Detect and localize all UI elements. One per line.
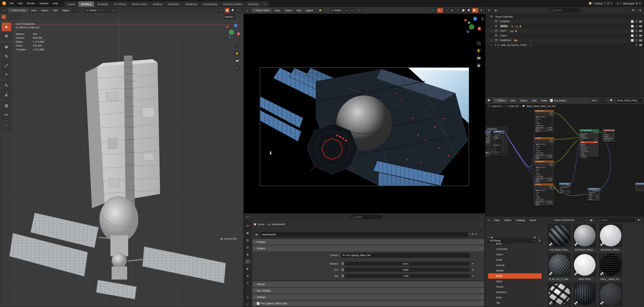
navigation-gizmo[interactable]: Z Y X <box>463 17 481 35</box>
tab-modifiers[interactable]: ⚙ <box>245 280 250 285</box>
options-chevron-icon[interactable]: ▾ <box>481 216 482 218</box>
pause-render-button[interactable]: ‖ <box>479 8 484 13</box>
asset-tile[interactable] <box>573 282 596 306</box>
tool-cutter[interactable]: ✂ <box>2 110 11 119</box>
catalog-item-tile[interactable]: Tile <box>486 300 542 306</box>
world-datablock-field[interactable]: ◍▾ layeredworld <box>254 232 468 237</box>
pan-hand-icon[interactable]: ✋ <box>234 51 240 56</box>
panel-preview[interactable]: ▸Preview∷∷ <box>252 239 484 245</box>
panel-surface[interactable]: ▾Surface∷∷ <box>252 245 484 251</box>
copy-datablock-icon[interactable]: ⧉ <box>472 232 474 235</box>
pin-icon[interactable]: ⚐ <box>604 2 606 5</box>
gizmo-x-neg[interactable] <box>226 26 229 29</box>
tool-scale[interactable]: ⤢ <box>2 61 11 70</box>
camera-view-icon[interactable] <box>234 58 240 63</box>
viewport-menu-object[interactable]: Object <box>304 9 315 12</box>
collapse-sidebar-icon[interactable]: ‹ <box>481 17 484 21</box>
space-station-model[interactable] <box>0 20 244 307</box>
shader-menu-view[interactable]: View <box>508 99 518 102</box>
select-mode-set[interactable] <box>2 15 6 19</box>
outliner-row-cameras[interactable]: ▸ CAMERAS 6 ✓⊙ <box>486 38 644 43</box>
display-mode-icon[interactable]: ▥▾ <box>494 8 499 13</box>
tab-render[interactable]: ▣ <box>245 230 250 235</box>
asset-tile[interactable] <box>599 224 622 247</box>
normal-map-node-partial[interactable]: ▾Normal Map <box>635 182 644 192</box>
tab-output[interactable]: ▤ <box>245 238 250 242</box>
editor-type-icon[interactable]: ☰▾ <box>487 8 492 13</box>
render-canvas[interactable]: ‹ Z Y X ✋ <box>244 14 485 213</box>
asset-search-input[interactable]: Search <box>596 218 636 222</box>
shader-type-dropdown[interactable]: Object▾ <box>494 98 507 103</box>
principled-bsdf-node[interactable]: ▾Principled BSDF BSDF Base Color Metalli… <box>579 129 599 157</box>
viewport-menu-view[interactable]: View <box>29 9 38 12</box>
display-mode-grid-icon[interactable]: ▦▾ <box>589 218 595 222</box>
orientation-dropdown[interactable]: ∠ Global▾ <box>86 8 99 13</box>
outliner-search-input[interactable]: Search <box>550 8 581 13</box>
exclude-checkbox[interactable]: ✓ <box>631 30 634 32</box>
panel-settings[interactable]: ▸Settings∷∷ <box>252 294 484 300</box>
shading-wireframe-icon[interactable] <box>220 8 224 13</box>
editor-type-icon[interactable]: ⊿▾ <box>2 8 7 13</box>
viewport-disable-icon[interactable]: ⊙ <box>635 39 638 42</box>
surface-shader-field[interactable]: Pro Lighting: Skies.196 <box>341 253 470 258</box>
viewport-disable-icon[interactable]: ⊙ <box>635 34 638 37</box>
breadcrumb-material[interactable]: Black_Metal_Plate_041.001 <box>526 105 556 108</box>
shader-menu-node[interactable]: Node <box>539 99 549 102</box>
catalog-item-randoms[interactable]: Randoms <box>486 289 542 295</box>
tool-cursor[interactable]: ⊕ <box>2 32 11 41</box>
zoom-icon[interactable] <box>234 43 240 48</box>
gizmo-y-axis[interactable] <box>469 25 474 30</box>
gizmo-x-axis[interactable]: X <box>478 27 481 31</box>
gizmo-z-neg[interactable] <box>466 30 470 33</box>
render-disable-icon[interactable] <box>639 44 642 46</box>
asset-tile[interactable] <box>573 253 596 277</box>
viewport-canvas[interactable]: User Perspective (2) MESH | Cube.011 Obj… <box>0 20 244 307</box>
catalog-item-ground[interactable]: Ground <box>486 262 542 268</box>
tool-annotate[interactable]: ✎ <box>2 81 11 90</box>
tool-measure[interactable]: ∡ <box>2 90 11 99</box>
menu-help[interactable]: Help <box>51 0 60 7</box>
mapping-node[interactable]: ▾Mapping Vector Type: Point Vector Locat… <box>493 130 505 153</box>
displacement-node[interactable]: ▾Displacement Displacement Object Space … <box>588 188 600 201</box>
mode-dropdown[interactable]: Object Mode▾ <box>252 8 272 13</box>
slot-dropdown[interactable]: Slot 3▾ <box>590 98 608 103</box>
tab-modeling[interactable]: Modeling <box>78 1 94 7</box>
render-disable-icon[interactable] <box>639 30 642 32</box>
render-disable-icon[interactable] <box>639 40 642 41</box>
material-name-field[interactable]: Black_Metal_Plate_ <box>616 98 642 103</box>
viewport-disable-icon[interactable]: ⊙ <box>635 20 638 23</box>
tool-select-box[interactable]: ➤ <box>2 23 11 32</box>
exclude-checkbox[interactable]: ✓ <box>631 34 634 37</box>
editor-type-icon[interactable]: ⊿▾ <box>245 8 251 13</box>
tab-shading[interactable]: Shading <box>150 1 165 7</box>
tab-object[interactable]: ■ <box>245 273 250 278</box>
viewport-menu-add[interactable]: Add <box>51 9 59 12</box>
catalog-item-wood[interactable]: Wood <box>486 306 542 307</box>
new-collection-icon[interactable]: ⊞ <box>638 8 642 13</box>
viewport-menu-view[interactable]: View <box>273 9 282 12</box>
render-disable-icon[interactable] <box>639 25 642 27</box>
unlink-scene-icon[interactable]: ✕ <box>610 2 612 5</box>
tab-tool[interactable]: ⚙ <box>245 223 250 228</box>
gizmo-z-neg[interactable] <box>228 36 231 39</box>
expand-icon[interactable]: ▸ <box>491 30 492 32</box>
outliner-row-cutters[interactable]: Cutters ✓⊙ <box>486 33 644 38</box>
overlays-toggle-icon[interactable]: ↯▾ <box>437 8 443 13</box>
fake-user-shield-icon[interactable]: ◊ <box>470 232 470 235</box>
add-workspace-button[interactable]: + <box>261 1 268 7</box>
use-nodes-checkbox[interactable]: ✓ <box>550 99 553 102</box>
tool-move[interactable]: ✥ <box>2 43 11 52</box>
tab-collection[interactable]: ◧ <box>245 266 250 271</box>
camera-lock-icon[interactable] <box>476 63 481 68</box>
proportional-edit-icon[interactable]: ◯▾ <box>356 8 363 13</box>
mode-dropdown[interactable]: Object Mode▾ <box>8 8 28 13</box>
scene-selector[interactable]: ▾ Scene ⚐ ⧉ ✕ <box>588 1 614 6</box>
unlink-datablock-icon[interactable]: ✕ <box>475 232 477 235</box>
menu-edit[interactable]: Edit <box>16 0 24 7</box>
menu-render[interactable]: Render <box>24 0 37 7</box>
sky-slider[interactable]: 1.000 <box>341 274 470 278</box>
shading-material-icon[interactable] <box>466 8 471 13</box>
catalog-item-brick[interactable]: Brick <box>486 241 542 246</box>
tab-world[interactable]: ◍ <box>245 259 250 264</box>
breadcrumb-scene[interactable]: Scene <box>258 223 264 226</box>
